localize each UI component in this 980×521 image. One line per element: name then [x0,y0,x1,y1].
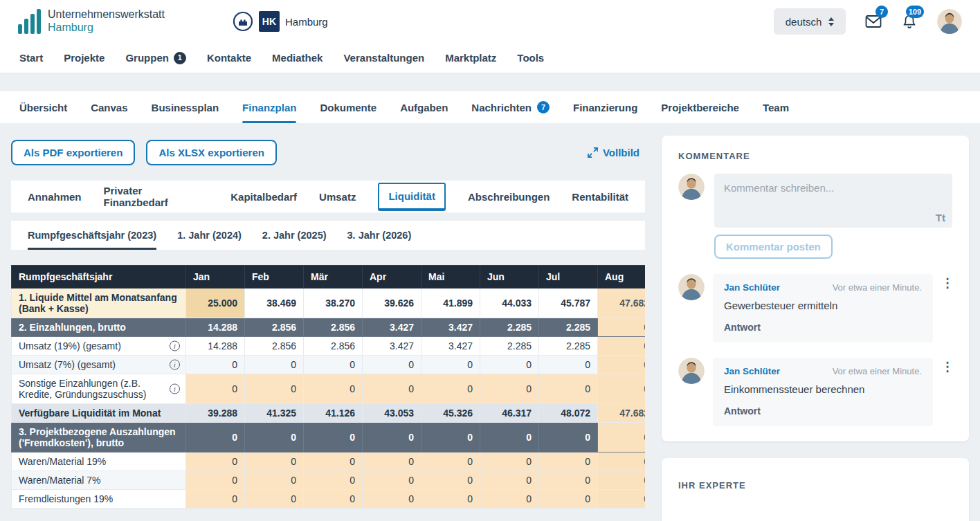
project-tab-label: Canvas [91,102,127,113]
language-selector[interactable]: deutsch [774,8,846,35]
plan-tab-abschreibungen[interactable]: Abschreibungen [468,191,550,203]
cell-umsatz-19-gesamt-jul: 2.285 [539,337,598,356]
cell-sonstige-einzahlungen-z-b-kredite-gruendungszuschuss-aug[interactable]: 0 [598,374,646,404]
project-tab-projektbereiche[interactable]: Projektbereiche [661,91,739,123]
cell-fremdleistungen-19-feb[interactable]: 0 [245,490,304,509]
language-value: deutsch [786,16,822,28]
cell-waren-material-7-jan[interactable]: 0 [186,471,245,490]
cell-waren-material-19-mai[interactable]: 0 [421,453,480,471]
cell-sonstige-einzahlungen-z-b-kredite-gruendungszuschuss-mai[interactable]: 0 [421,374,480,404]
cell-fremdleistungen-19-mai[interactable]: 0 [421,490,480,509]
cell-waren-material-7-feb[interactable]: 0 [245,471,304,490]
info-icon[interactable]: i [170,384,180,394]
cell-waren-material-19-maer[interactable]: 0 [304,453,363,471]
cell-waren-material-19-aug[interactable]: 0 [598,453,646,471]
comment-input[interactable]: Kommentar schreiben... Tt [714,174,952,228]
plan-tab-liquiditaet[interactable]: Liquidität [378,183,446,211]
uwh-logo[interactable]: Unternehmenswerkstatt Hamburg [18,8,165,35]
cell-waren-material-7-jul[interactable]: 0 [539,471,598,490]
plan-tab-kapitalbedarf[interactable]: Kapitalbedarf [230,191,297,203]
year-tab-2-jahr-2025[interactable]: 2. Jahr (2025) [262,221,327,250]
fullscreen-button[interactable]: Vollbild [588,147,639,158]
project-tab-finanzplan[interactable]: Finanzplan [242,91,296,123]
nav-item-veranstaltungen[interactable]: Veranstaltungen [343,52,424,64]
cell-umsatz-7-gesamt-apr: 0 [363,356,421,374]
cell-umsatz-19-gesamt-aug: 0 [598,337,646,356]
project-tab-nachrichten[interactable]: Nachrichten7 [471,91,550,123]
year-tab-rumpfgeschaeftsjahr-2023[interactable]: Rumpfgeschäftsjahr (2023) [28,221,156,250]
cell-1-liquide-mittel-am-monatsanfang-bank-kasse-jul: 45.787 [539,289,598,318]
cell-waren-material-19-feb[interactable]: 0 [245,453,304,471]
cell-waren-material-19-apr[interactable]: 0 [363,453,421,471]
project-tab-team[interactable]: Team [763,91,789,123]
cell-fremdleistungen-19-jun[interactable]: 0 [480,490,539,509]
cell-fremdleistungen-19-jan[interactable]: 0 [186,490,245,509]
info-icon[interactable]: i [170,341,180,351]
cell-sonstige-einzahlungen-z-b-kredite-gruendungszuschuss-jun[interactable]: 0 [480,374,539,404]
project-tab-aufgaben[interactable]: Aufgaben [400,91,448,123]
cell-waren-material-19-jul[interactable]: 0 [539,453,598,471]
cell-fremdleistungen-19-maer[interactable]: 0 [304,490,363,509]
nav-item-start[interactable]: Start [19,52,43,64]
cell-sonstige-einzahlungen-z-b-kredite-gruendungszuschuss-jul[interactable]: 0 [539,374,598,404]
comment-menu-icon[interactable]: ⋮ [941,358,952,426]
nav-item-kontakte[interactable]: Kontakte [207,52,251,64]
notifications-button[interactable]: 109 [901,14,918,29]
cell-1-liquide-mittel-am-monatsanfang-bank-kasse-jan: 25.000 [186,289,245,318]
reply-button[interactable]: Antwort [724,405,922,417]
cell-waren-material-7-maer[interactable]: 0 [304,471,363,490]
cell-waren-material-19-jan[interactable]: 0 [186,453,245,471]
comment-author[interactable]: Jan Schlüter [724,366,780,376]
project-tab-businessplan[interactable]: Businessplan [152,91,219,123]
person-photo [937,9,962,34]
cell-waren-material-7-aug[interactable]: 0 [598,471,646,490]
cell-waren-material-7-mai[interactable]: 0 [421,471,480,490]
cell-umsatz-19-gesamt-maer: 2.856 [304,337,363,356]
cell-1-liquide-mittel-am-monatsanfang-bank-kasse-mai: 41.899 [421,289,480,318]
cell-fremdleistungen-19-apr[interactable]: 0 [363,490,421,509]
project-tab-uebersicht[interactable]: Übersicht [19,91,67,123]
table-row-waren-material-19: Waren/Material 19%00000000 [12,453,646,471]
cell-umsatz-7-gesamt-jul: 0 [539,356,598,374]
nav-item-label: Projekte [64,52,105,64]
plan-tab-rentabilitaet[interactable]: Rentabilität [572,191,628,203]
nav-item-gruppen[interactable]: Gruppen1 [125,52,186,64]
finance-section-tabs: AnnahmenPrivater FinanzbedarfKapitalbeda… [11,181,645,212]
cell-fremdleistungen-19-jul[interactable]: 0 [539,490,598,509]
nav-item-marktplatz[interactable]: Marktplatz [445,52,496,64]
year-tab-1-jahr-2024[interactable]: 1. Jahr (2024) [177,221,242,250]
nav-item-tools[interactable]: Tools [517,52,544,64]
cell-fremdleistungen-19-aug[interactable]: 0 [598,490,646,509]
project-tab-finanzierung[interactable]: Finanzierung [573,91,637,123]
nav-item-projekte[interactable]: Projekte [64,52,105,64]
project-tab-label: Businessplan [152,102,219,113]
cell-sonstige-einzahlungen-z-b-kredite-gruendungszuschuss-maer[interactable]: 0 [304,374,363,404]
project-tab-dokumente[interactable]: Dokumente [320,91,376,123]
row-label-text: 2. Einzahlungen, brutto [19,322,126,333]
info-icon[interactable]: i [170,360,180,370]
year-tab-3-jahr-2026[interactable]: 3. Jahr (2026) [347,221,412,250]
user-avatar[interactable] [937,9,962,34]
messages-button[interactable]: 7 [865,14,882,29]
reply-button[interactable]: Antwort [724,322,922,333]
project-tab-canvas[interactable]: Canvas [91,91,127,123]
plan-tab-annahmen[interactable]: Annahmen [28,191,82,203]
plan-tab-umsatz[interactable]: Umsatz [319,191,356,203]
export-pdf-button[interactable]: Als PDF exportieren [11,140,135,165]
cell-sonstige-einzahlungen-z-b-kredite-gruendungszuschuss-jan[interactable]: 0 [186,374,245,404]
comment-menu-icon[interactable]: ⋮ [941,274,952,342]
post-comment-button[interactable]: Kommentar posten [714,235,833,259]
export-xlsx-button[interactable]: Als XLSX exportieren [146,140,277,165]
cell-waren-material-7-jun[interactable]: 0 [480,471,539,490]
month-header-jul: Jul [539,266,598,289]
cell-sonstige-einzahlungen-z-b-kredite-gruendungszuschuss-feb[interactable]: 0 [245,374,304,404]
text-format-icon[interactable]: Tt [936,212,945,223]
cell-waren-material-7-apr[interactable]: 0 [363,471,421,490]
sidebar: KOMMENTARE Kommentar schreiben... Tt Kom… [662,136,969,521]
plan-tab-privater-finanzbedarf[interactable]: Privater Finanzbedarf [104,185,209,208]
nav-item-mediathek[interactable]: Mediathek [272,52,323,64]
cell-sonstige-einzahlungen-z-b-kredite-gruendungszuschuss-apr[interactable]: 0 [363,374,421,404]
cell-waren-material-19-jun[interactable]: 0 [480,453,539,471]
cell-umsatz-19-gesamt-jun: 2.285 [480,337,539,356]
comment-author[interactable]: Jan Schlüter [724,282,780,293]
